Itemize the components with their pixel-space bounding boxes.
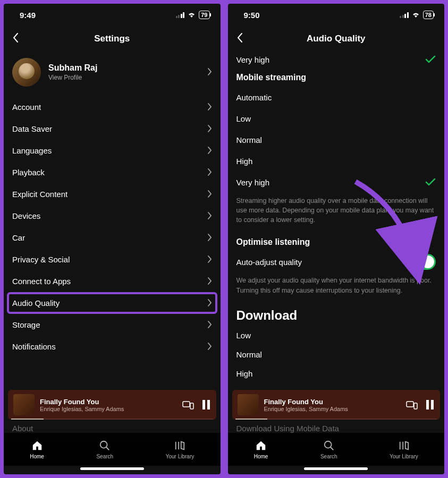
chevron-right-icon xyxy=(207,187,212,201)
auto-adjust-row: Auto-adjust quality xyxy=(236,251,436,272)
settings-item-label: Account xyxy=(12,103,41,112)
chevron-right-icon xyxy=(207,296,212,310)
chevron-right-icon xyxy=(207,318,212,332)
settings-item-data-saver[interactable]: Data Saver xyxy=(12,118,212,140)
mobile-option-very-high[interactable]: Very high xyxy=(236,172,436,193)
check-icon xyxy=(425,53,436,66)
status-time: 9:50 xyxy=(244,11,260,20)
svg-rect-0 xyxy=(183,402,190,407)
settings-item-label: Data Saver xyxy=(12,124,52,133)
nav-library-label: Your Library xyxy=(166,454,195,459)
svg-line-9 xyxy=(331,447,334,450)
settings-item-playback[interactable]: Playback xyxy=(12,161,212,183)
nav-search[interactable]: Search xyxy=(96,440,113,459)
check-icon xyxy=(425,175,436,189)
settings-item-label: Storage xyxy=(12,320,40,329)
now-playing-bar[interactable]: Finally Found You Enrique Iglesias, Samm… xyxy=(8,390,216,420)
pause-button[interactable] xyxy=(202,400,211,409)
home-indicator xyxy=(228,466,445,474)
chevron-right-icon xyxy=(207,65,212,79)
mobile-option-low[interactable]: Low xyxy=(236,108,436,129)
mobile-streaming-heading: Mobile streaming xyxy=(236,73,436,82)
progress-bar[interactable] xyxy=(235,419,437,420)
option-label: Low xyxy=(236,114,251,123)
status-time: 9:49 xyxy=(20,11,36,20)
settings-item-label: Explicit Content xyxy=(12,190,67,199)
settings-item-about-faded: About xyxy=(4,424,221,433)
svg-rect-6 xyxy=(407,402,413,407)
progress-bar[interactable] xyxy=(11,419,213,420)
mobile-option-high[interactable]: High xyxy=(236,150,436,172)
chevron-right-icon xyxy=(207,275,212,288)
settings-item-devices[interactable]: Devices xyxy=(12,205,212,227)
settings-item-connect-to-apps[interactable]: Connect to Apps xyxy=(12,270,212,292)
phone-left: 9:49 79 Settings Subham Raj View Profile xyxy=(2,2,223,476)
svg-point-8 xyxy=(325,441,332,448)
mobile-option-automatic[interactable]: Automatic xyxy=(236,87,436,108)
nav-home[interactable]: Home xyxy=(254,440,268,459)
settings-item-languages[interactable]: Languages xyxy=(12,140,212,161)
option-label: Very high xyxy=(236,55,270,64)
header: Audio Quality xyxy=(228,26,445,52)
back-button[interactable] xyxy=(12,31,19,46)
header: Settings xyxy=(4,26,221,52)
nav-library[interactable]: Your Library xyxy=(390,440,418,459)
svg-rect-1 xyxy=(190,403,193,409)
nav-search-label: Search xyxy=(96,454,113,459)
now-playing-bar[interactable]: Finally Found You Enrique Iglesias, Samm… xyxy=(232,390,441,420)
home-indicator xyxy=(4,466,221,474)
nav-search-label: Search xyxy=(320,454,337,459)
option-label: High xyxy=(236,369,253,378)
svg-line-3 xyxy=(106,447,109,450)
svg-point-2 xyxy=(100,441,107,448)
settings-item-label: Privacy & Social xyxy=(12,255,70,264)
settings-item-label: Notifications xyxy=(12,342,56,351)
chevron-right-icon xyxy=(207,122,212,136)
settings-item-label: Devices xyxy=(12,211,40,220)
chevron-right-icon xyxy=(207,253,212,267)
devices-icon[interactable] xyxy=(406,400,417,409)
option-label: High xyxy=(236,157,253,166)
nav-library[interactable]: Your Library xyxy=(166,440,195,459)
download-option-normal[interactable]: Normal xyxy=(236,345,436,364)
status-bar: 9:50 78 xyxy=(228,4,445,26)
settings-item-account[interactable]: Account xyxy=(12,96,212,118)
settings-item-car[interactable]: Car xyxy=(12,227,212,249)
download-option-low[interactable]: Low xyxy=(236,326,436,345)
settings-item-label: Car xyxy=(12,233,25,242)
download-option-high[interactable]: High xyxy=(236,364,436,383)
mobile-option-normal[interactable]: Normal xyxy=(236,129,436,150)
settings-item-notifications[interactable]: Notifications xyxy=(12,336,212,357)
settings-item-audio-quality[interactable]: Audio Quality xyxy=(7,292,217,314)
wifi-icon xyxy=(411,12,420,18)
optimise-listening-heading: Optimise listening xyxy=(236,237,436,247)
chevron-right-icon xyxy=(207,100,212,114)
devices-icon[interactable] xyxy=(182,400,193,409)
option-label: Normal xyxy=(236,350,262,359)
option-label: Automatic xyxy=(236,93,272,102)
cellular-signal-icon xyxy=(400,12,409,18)
track-title: Finally Found You xyxy=(40,398,177,406)
nav-home[interactable]: Home xyxy=(30,440,44,459)
chevron-right-icon xyxy=(207,209,212,223)
nav-search[interactable]: Search xyxy=(320,440,337,459)
battery-icon: 79 xyxy=(199,11,209,19)
svg-rect-7 xyxy=(414,403,417,409)
phone-right: 9:50 78 Audio Quality Very high Mobile s… xyxy=(226,2,447,476)
cellular-signal-icon xyxy=(176,12,185,18)
chevron-right-icon xyxy=(207,144,212,158)
back-button[interactable] xyxy=(236,31,243,46)
track-title: Finally Found You xyxy=(264,398,401,406)
track-artist: Enrique Iglesias, Sammy Adams xyxy=(264,406,401,412)
profile-row[interactable]: Subham Raj View Profile xyxy=(12,52,212,96)
quality-option-veryhigh-top[interactable]: Very high xyxy=(236,52,436,67)
settings-item-explicit-content[interactable]: Explicit Content xyxy=(12,183,212,205)
nav-library-label: Your Library xyxy=(390,454,418,459)
settings-item-privacy-social[interactable]: Privacy & Social xyxy=(12,249,212,270)
profile-name: Subham Raj xyxy=(48,63,200,73)
auto-adjust-toggle[interactable] xyxy=(409,254,436,270)
settings-item-storage[interactable]: Storage xyxy=(12,314,212,336)
pause-button[interactable] xyxy=(426,400,435,409)
download-heading: Download xyxy=(236,308,436,323)
wifi-icon xyxy=(187,12,196,18)
